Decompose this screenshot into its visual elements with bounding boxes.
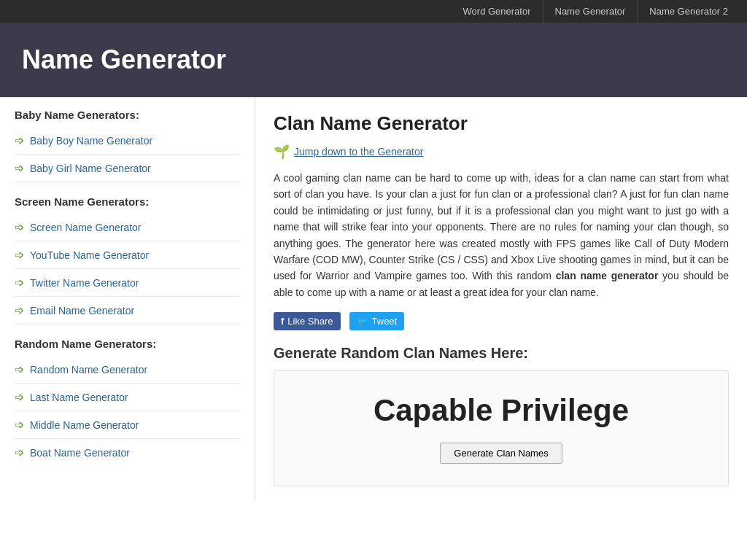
sidebar-section-random: Random Name Generators: [15,338,240,350]
arrow-icon-screen: ➩ [15,220,24,234]
sidebar-item-boat-name[interactable]: ➩ Boat Name Generator [15,439,240,466]
sidebar-link-middle: Middle Name Generator [30,419,139,431]
sidebar-item-youtube[interactable]: ➩ YouTube Name Generator [15,241,240,269]
sidebar-item-twitter[interactable]: ➩ Twitter Name Generator [15,269,240,297]
generated-name-display: Capable Privilege [289,393,713,428]
sidebar-link-baby-girl: Baby Girl Name Generator [30,163,151,174]
arrow-icon-baby-girl: ➩ [15,161,24,175]
sidebar-link-random: Random Name Generator [30,364,147,376]
main-content: Clan Name Generator 🌱 Jump down to the G… [255,98,747,501]
page-header: Name Generator [0,23,747,97]
tweet-label: Tweet [372,316,398,327]
page-title: Name Generator [22,44,732,75]
sidebar-section-baby: Baby Name Generators: [15,109,240,121]
top-navigation: Word Generator Name Generator Name Gener… [0,0,747,23]
jump-link-container: 🌱 Jump down to the Generator [274,144,729,160]
sidebar-item-screen-name[interactable]: ➩ Screen Name Generator [15,214,240,241]
sidebar-item-random[interactable]: ➩ Random Name Generator [15,356,240,384]
description-paragraph: A cool gaming clan name can be hard to c… [274,170,729,300]
sidebar-link-email: Email Name Generator [30,305,134,316]
twitter-icon: 🐦 [357,316,368,327]
sidebar-link-boat: Boat Name Generator [30,447,130,459]
arrow-icon-boat: ➩ [15,446,24,459]
sidebar-item-baby-boy[interactable]: ➩ Baby Boy Name Generator [15,127,240,155]
plant-icon: 🌱 [274,144,290,160]
nav-name-generator-2[interactable]: Name Generator 2 [638,0,740,23]
fb-share-label: Share [308,316,333,327]
arrow-icon-random: ➩ [15,362,24,376]
sidebar-link-twitter: Twitter Name Generator [30,277,139,289]
arrow-icon-last: ➩ [15,390,24,404]
nav-word-generator[interactable]: Word Generator [452,0,543,23]
arrow-icon-email: ➩ [15,303,24,317]
sidebar-section-screen: Screen Name Generators: [15,195,240,208]
arrow-icon-baby-boy: ➩ [15,133,24,147]
main-layout: Baby Name Generators: ➩ Baby Boy Name Ge… [0,97,747,501]
facebook-like-button[interactable]: f Like Share [274,312,341,330]
jump-to-generator-link[interactable]: Jump down to the Generator [294,146,423,158]
arrow-icon-youtube: ➩ [15,248,24,262]
arrow-icon-twitter: ➩ [15,276,24,289]
arrow-icon-middle: ➩ [15,418,24,432]
sidebar-link-last: Last Name Generator [30,392,128,403]
description-text-part1: A cool gaming clan name can be hard to c… [274,172,729,281]
sidebar-item-middle-name[interactable]: ➩ Middle Name Generator [15,411,240,439]
generator-box: Capable Privilege Generate Clan Names [274,370,729,486]
nav-name-generator[interactable]: Name Generator [543,0,638,23]
sidebar-link-screen: Screen Name Generator [30,222,142,233]
sidebar: Baby Name Generators: ➩ Baby Boy Name Ge… [0,98,255,501]
social-buttons-container: f Like Share 🐦 Tweet [274,312,729,330]
generate-button[interactable]: Generate Clan Names [440,443,562,464]
tweet-button[interactable]: 🐦 Tweet [349,312,405,330]
sidebar-link-youtube: YouTube Name Generator [30,249,149,261]
facebook-icon: f [281,316,284,327]
fb-like-label: Like [287,316,305,327]
sidebar-item-email[interactable]: ➩ Email Name Generator [15,297,240,324]
content-title: Clan Name Generator [274,112,729,135]
generate-section-title: Generate Random Clan Names Here: [274,345,729,362]
sidebar-item-baby-girl[interactable]: ➩ Baby Girl Name Generator [15,155,240,182]
sidebar-item-last-name[interactable]: ➩ Last Name Generator [15,384,240,411]
description-bold: clan name generator [556,270,659,281]
sidebar-link-baby-boy: Baby Boy Name Generator [30,135,152,147]
